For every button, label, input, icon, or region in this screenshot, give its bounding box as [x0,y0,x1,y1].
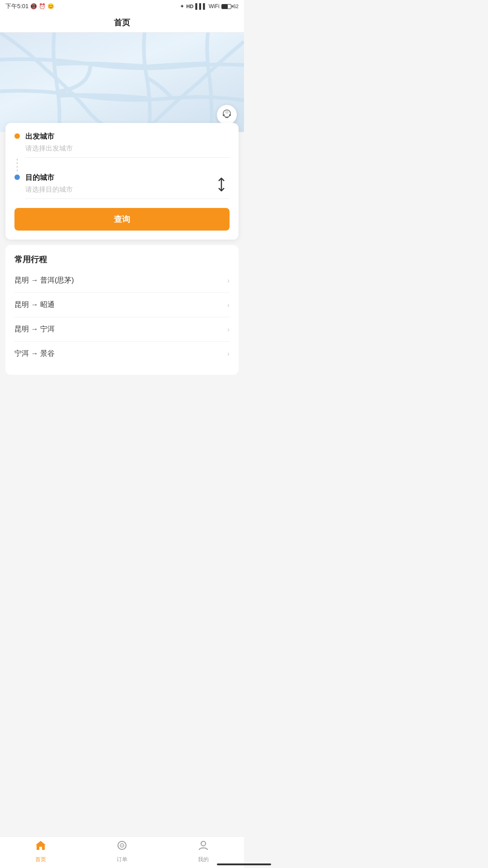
battery-percent: 62 [233,4,239,9]
destination-input[interactable]: 请选择目的城市 [25,185,230,199]
wifi-icon: WiFi [209,3,220,9]
signal-icon: 📵 [30,3,37,9]
route-item-3[interactable]: 宁洱 → 景谷 › [14,342,230,366]
search-card: 出发城市 请选择出发城市 目的城市 请选择目的城市 查询 [5,123,239,240]
route-text-1: 昆明 → 昭通 [14,300,55,310]
route-text-3: 宁洱 → 景谷 [14,349,55,359]
status-bar: 下午5:01 📵 ⏰ 😊 ✦ HD ▌▌▌ WiFi 62 [0,0,244,13]
destination-content: 目的城市 请选择目的城市 [25,173,230,199]
page-title: 首页 [114,17,130,28]
svg-point-1 [225,110,229,114]
swap-icon [215,176,228,193]
destination-dot [14,175,20,180]
connector-line [17,159,18,171]
connector [14,159,230,171]
status-time: 下午5:01 [5,2,28,10]
app-icon: 😊 [47,3,54,9]
routes-title: 常用行程 [14,254,230,265]
status-left: 下午5:01 📵 ⏰ 😊 [5,2,54,10]
chevron-icon-2: › [227,326,230,334]
title-bar: 首页 [0,13,244,33]
departure-dot [14,133,20,139]
route-text-2: 昆明 → 宁洱 [14,325,55,334]
alarm-icon: ⏰ [39,3,46,9]
chevron-icon-3: › [227,350,230,358]
cs-button[interactable] [217,105,237,125]
network-hd-icon: HD [186,4,193,9]
status-right: ✦ HD ▌▌▌ WiFi 62 [180,3,239,9]
query-button[interactable]: 查询 [14,208,230,231]
map-area [0,33,244,132]
signal-bars-icon: ▌▌▌ [195,3,207,9]
route-text-0: 昆明 → 普洱(思茅) [14,276,74,285]
departure-label: 出发城市 [25,132,230,142]
route-item-1[interactable]: 昆明 → 昭通 › [14,293,230,317]
headset-icon [221,108,233,121]
swap-button[interactable] [213,176,230,193]
routes-section: 常用行程 昆明 → 普洱(思茅) › 昆明 → 昭通 › 昆明 → 宁洱 › 宁… [5,245,239,375]
destination-label: 目的城市 [25,173,230,183]
map-svg [0,33,244,132]
route-item-2[interactable]: 昆明 → 宁洱 › [14,317,230,342]
destination-row: 目的城市 请选择目的城市 [14,173,230,199]
bluetooth-icon: ✦ [180,3,184,9]
chevron-icon-0: › [227,277,230,285]
departure-row: 出发城市 请选择出发城市 [14,132,230,158]
chevron-icon-1: › [227,301,230,309]
departure-content: 出发城市 请选择出发城市 [25,132,230,158]
battery-icon [221,4,231,9]
route-item-0[interactable]: 昆明 → 普洱(思茅) › [14,269,230,293]
departure-input[interactable]: 请选择出发城市 [25,144,230,158]
